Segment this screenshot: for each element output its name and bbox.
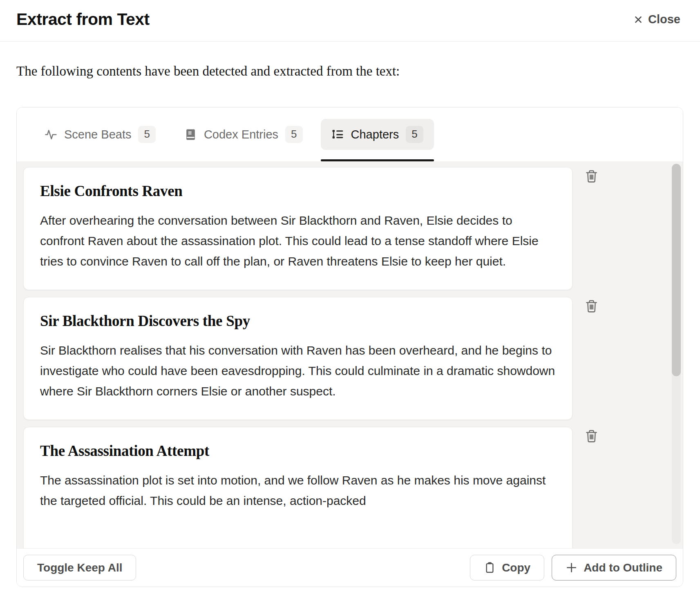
chapter-card: The Assassination Attempt The assassinat… (23, 427, 573, 548)
list-item: The Assassination Attempt The assassinat… (23, 427, 601, 548)
scrollbar-thumb[interactable] (672, 164, 681, 376)
tab-scene-beats[interactable]: Scene Beats 5 (34, 107, 166, 161)
tab-chapters[interactable]: Chapters 5 (321, 107, 434, 161)
tab-label: Scene Beats (64, 128, 131, 141)
chapter-title: Elsie Confronts Raven (40, 182, 556, 200)
tab-count-badge: 5 (138, 126, 155, 143)
trash-icon (585, 429, 598, 443)
chapter-description: The assassination plot is set into motio… (40, 470, 556, 511)
tab-count-badge: 5 (285, 126, 302, 143)
scrollbar-track[interactable] (672, 164, 681, 544)
list-item: Sir Blackthorn Discovers the Spy Sir Bla… (23, 297, 601, 420)
tab-count-badge: 5 (406, 126, 423, 143)
plus-icon (566, 562, 577, 574)
tab-label: Chapters (351, 128, 399, 141)
chapter-title: Sir Blackthorn Discovers the Spy (40, 312, 556, 330)
chapter-description: Sir Blackthorn realises that his convers… (40, 340, 556, 402)
chapter-card: Sir Blackthorn Discovers the Spy Sir Bla… (23, 297, 573, 420)
add-to-outline-label: Add to Outline (584, 561, 662, 574)
toggle-keep-all-label: Toggle Keep All (37, 561, 122, 574)
close-label: Close (648, 13, 680, 26)
tab-codex-entries[interactable]: Codex Entries 5 (174, 107, 313, 161)
book-icon (184, 128, 197, 141)
list-tree-icon (331, 128, 344, 141)
list-item: Elsie Confronts Raven After overhearing … (23, 167, 601, 290)
footer-actions: Copy Add to Outline (470, 555, 676, 580)
delete-chapter-button[interactable] (581, 166, 601, 186)
trash-icon (585, 169, 598, 183)
add-to-outline-button[interactable]: Add to Outline (552, 555, 676, 580)
copy-button[interactable]: Copy (470, 555, 544, 580)
panel-footer: Toggle Keep All Copy (17, 548, 683, 587)
chapter-list: Elsie Confronts Raven After overhearing … (17, 161, 683, 548)
toggle-keep-all-button[interactable]: Toggle Keep All (23, 555, 136, 580)
delete-chapter-button[interactable] (581, 426, 601, 446)
delete-chapter-button[interactable] (581, 296, 601, 316)
close-icon (633, 15, 643, 25)
close-button[interactable]: Close (632, 10, 682, 29)
activity-icon (45, 128, 57, 141)
clipboard-icon (484, 562, 496, 574)
chapter-description: After overhearing the conversation betwe… (40, 210, 556, 272)
intro-text: The following contents have been detecte… (16, 64, 684, 79)
page-title: Extract from Text (16, 10, 150, 29)
modal-header: Extract from Text Close (0, 0, 700, 42)
extract-panel: Scene Beats 5 Codex Entries 5 (16, 107, 683, 587)
copy-label: Copy (502, 561, 530, 574)
trash-icon (585, 299, 598, 313)
chapter-card: Elsie Confronts Raven After overhearing … (23, 167, 573, 290)
tab-bar: Scene Beats 5 Codex Entries 5 (17, 107, 683, 161)
chapter-title: The Assassination Attempt (40, 442, 556, 460)
tab-label: Codex Entries (204, 128, 278, 141)
